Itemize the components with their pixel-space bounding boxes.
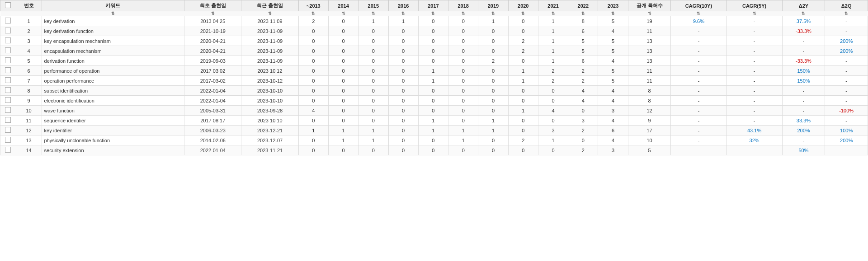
col-header-y2022[interactable]: 2022 [568,0,598,11]
sort-arrow-keyword[interactable]: ⇅ [42,11,184,16]
row-last-date: 2023 10 10 [241,116,298,126]
row-checkbox[interactable] [5,137,11,143]
col-header-d2y[interactable]: Δ2Y [782,0,825,11]
sort-icon[interactable]: ⇅ [111,11,115,16]
col-header-cagr5[interactable]: CAGR(5Y) [726,0,782,11]
row-cagr5: - [726,106,782,116]
sort-arrow-y2014[interactable]: ⇅ [328,11,358,16]
row-checkbox[interactable] [5,77,11,83]
sort-arrow-y2016[interactable]: ⇅ [388,11,418,16]
row-checkbox[interactable] [5,97,11,103]
row-delta2q: - [825,96,868,106]
row-year-y2021: 3 [538,126,568,135]
sort-icon[interactable]: ⇅ [581,11,585,16]
sort-arrow-y2015[interactable]: ⇅ [359,11,388,16]
sort-arrow-y2018[interactable]: ⇅ [448,11,478,16]
row-checkbox[interactable] [5,127,11,133]
sort-arrow-y2020[interactable]: ⇅ [508,11,538,16]
row-year-y2020: 0 [508,96,538,106]
table-row: 4encapsulation mechanism2020-04-212023-1… [0,46,868,56]
sort-arrow-first[interactable]: ⇅ [184,11,241,16]
col-header-y2017[interactable]: 2017 [418,0,448,11]
sort-arrow-y2019[interactable]: ⇅ [478,11,508,16]
col-header-y2015[interactable]: 2015 [359,0,388,11]
row-year-y2019: 0 [478,106,508,116]
sort-icon[interactable]: ⇅ [211,11,215,16]
sort-icon[interactable]: ⇅ [372,11,375,16]
header-checkbox[interactable] [5,2,11,8]
sort-icon[interactable]: ⇅ [611,11,615,16]
sort-arrow-cagr10[interactable]: ⇅ [671,11,726,16]
row-checkbox[interactable] [5,57,11,63]
sort-arrow-last[interactable]: ⇅ [241,11,298,16]
row-year-y2021: 0 [538,96,568,106]
col-header-last[interactable]: 최근 출현일 [241,0,298,11]
row-year-y2013: 4 [298,106,328,116]
row-year-y2013: 1 [298,126,328,135]
row-checkbox[interactable] [5,67,11,73]
sort-icon[interactable]: ⇅ [802,11,805,16]
sort-icon[interactable]: ⇅ [311,11,315,16]
table-row: 7operation performance2017-03-022023-10-… [0,76,868,86]
sort-arrow-y2022[interactable]: ⇅ [568,11,598,16]
sort-icon[interactable]: ⇅ [401,11,405,16]
row-checkbox[interactable] [5,107,11,113]
sort-icon[interactable]: ⇅ [342,11,345,16]
sort-arrow-cagr5[interactable]: ⇅ [726,11,782,16]
sort-arrow-y2021[interactable]: ⇅ [538,11,568,16]
row-checkbox[interactable] [5,147,11,153]
row-year-y2022: 0 [568,106,598,116]
col-header-first[interactable]: 최초 출현일 [184,0,241,11]
sort-arrow-d2y[interactable]: ⇅ [782,11,825,16]
row-year-y2019: 1 [478,16,508,26]
row-checkbox[interactable] [5,47,11,53]
col-header-y2013[interactable]: ~2013 [298,0,328,11]
col-header-pub[interactable]: 공개 특허수 [628,0,671,11]
sort-arrow-y2013[interactable]: ⇅ [298,11,328,16]
row-checkbox[interactable] [5,18,11,23]
row-checkbox[interactable] [5,37,11,43]
sort-arrow-y2023[interactable]: ⇅ [598,11,628,16]
col-header-y2018[interactable]: 2018 [448,0,478,11]
row-year-y2023: 5 [598,36,628,46]
col-header-y2014[interactable]: 2014 [328,0,358,11]
row-delta2y: 50% [782,145,825,155]
sort-icon[interactable]: ⇅ [648,11,651,16]
sort-icon[interactable]: ⇅ [462,11,465,16]
col-header-keyword[interactable]: 키워드 [42,0,184,11]
sort-arrow-pub[interactable]: ⇅ [628,11,671,16]
row-checkbox[interactable] [5,87,11,93]
row-checkbox[interactable] [5,117,11,123]
sort-icon[interactable]: ⇅ [491,11,495,16]
col-header-y2020[interactable]: 2020 [508,0,538,11]
col-header-y2021[interactable]: 2021 [538,0,568,11]
row-year-y2023: 5 [598,46,628,56]
col-header-no[interactable]: 번호 [16,0,42,11]
row-cagr10: - [671,126,726,135]
row-year-y2023: 4 [598,86,628,96]
sort-icon[interactable]: ⇅ [753,11,756,16]
row-first-date: 2005-03-31 [184,106,241,116]
sort-arrow-y2017[interactable]: ⇅ [418,11,448,16]
sort-icon[interactable]: ⇅ [552,11,555,16]
row-checkbox[interactable] [5,28,11,33]
row-year-y2018: 0 [448,106,478,116]
sort-arrow-d2q[interactable]: ⇅ [825,11,868,16]
row-delta2y: 200% [782,126,825,135]
col-header-y2023[interactable]: 2023 [598,0,628,11]
sort-icon[interactable]: ⇅ [521,11,525,16]
row-keyword: key encapsulation mechanism [42,36,184,46]
row-year-y2016: 0 [388,36,418,46]
row-year-y2023: 4 [598,135,628,145]
col-header-cagr10[interactable]: CAGR(10Y) [671,0,726,11]
sort-icon[interactable]: ⇅ [431,11,435,16]
col-header-y2016[interactable]: 2016 [388,0,418,11]
col-header-y2019[interactable]: 2019 [478,0,508,11]
row-year-y2013: 0 [298,36,328,46]
sort-icon[interactable]: ⇅ [697,11,700,16]
row-year-y2018: 0 [448,66,478,76]
sort-icon[interactable]: ⇅ [268,11,272,16]
col-header-d2q[interactable]: Δ2Q [825,0,868,11]
sort-icon[interactable]: ⇅ [844,11,848,16]
table-row: 3key encapsulation mechanism2020-04-2120… [0,36,868,46]
